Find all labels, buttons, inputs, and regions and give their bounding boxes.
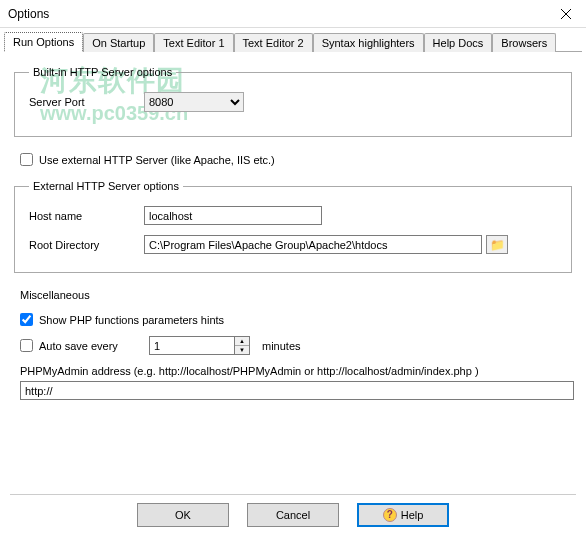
use-external-row: Use external HTTP Server (like Apache, I… [20, 153, 572, 166]
tab-text-editor-2[interactable]: Text Editor 2 [234, 33, 313, 52]
auto-save-row: Auto save every ▲ ▼ minutes [20, 336, 572, 355]
auto-save-spinner: ▲ ▼ [149, 336, 250, 355]
auto-save-checkbox[interactable] [20, 339, 33, 352]
ok-button[interactable]: OK [137, 503, 229, 527]
builtin-legend: Built-in HTTP Server options [29, 66, 176, 78]
root-dir-row: Root Directory 📁 [29, 235, 557, 254]
close-button[interactable] [546, 0, 586, 28]
tab-help-docs[interactable]: Help Docs [424, 33, 493, 52]
builtin-server-group: Built-in HTTP Server options Server Port… [14, 66, 572, 137]
show-hints-checkbox[interactable] [20, 313, 33, 326]
cancel-label: Cancel [276, 509, 310, 521]
host-label: Host name [29, 210, 144, 222]
spinner-buttons: ▲ ▼ [234, 336, 250, 355]
spinner-down-button[interactable]: ▼ [235, 346, 249, 355]
tab-run-options[interactable]: Run Options [4, 32, 83, 52]
window-title: Options [8, 7, 49, 21]
server-port-select[interactable]: 8080 [144, 92, 244, 112]
minutes-label: minutes [262, 340, 301, 352]
tab-on-startup[interactable]: On Startup [83, 33, 154, 52]
host-input[interactable] [144, 206, 322, 225]
root-dir-wrap: 📁 [144, 235, 508, 254]
root-dir-label: Root Directory [29, 239, 144, 251]
tab-bar: Run Options On Startup Text Editor 1 Tex… [4, 30, 582, 52]
help-button[interactable]: ? Help [357, 503, 449, 527]
folder-icon: 📁 [490, 238, 505, 252]
content-area: 河东软件园 www.pc0359.cn Built-in HTTP Server… [0, 52, 586, 400]
external-server-group: External HTTP Server options Host name R… [14, 180, 572, 273]
use-external-label: Use external HTTP Server (like Apache, I… [39, 154, 275, 166]
phpmyadmin-label: PHPMyAdmin address (e.g. http://localhos… [20, 365, 572, 377]
phpmyadmin-input[interactable] [20, 381, 574, 400]
server-port-row: Server Port 8080 [29, 92, 557, 112]
server-port-label: Server Port [29, 96, 144, 108]
close-icon [561, 9, 571, 19]
ok-label: OK [175, 509, 191, 521]
button-bar: OK Cancel ? Help [0, 495, 586, 535]
spinner-up-button[interactable]: ▲ [235, 337, 249, 346]
tab-browsers[interactable]: Browsers [492, 33, 556, 52]
external-legend: External HTTP Server options [29, 180, 183, 192]
host-row: Host name [29, 206, 557, 225]
show-hints-label: Show PHP functions parameters hints [39, 314, 224, 326]
titlebar: Options [0, 0, 586, 28]
root-dir-input[interactable] [144, 235, 482, 254]
auto-save-label: Auto save every [39, 340, 149, 352]
help-label: Help [401, 509, 424, 521]
help-icon: ? [383, 508, 397, 522]
misc-title: Miscellaneous [20, 289, 572, 301]
browse-dir-button[interactable]: 📁 [486, 235, 508, 254]
cancel-button[interactable]: Cancel [247, 503, 339, 527]
show-hints-row: Show PHP functions parameters hints [20, 313, 572, 326]
tab-syntax[interactable]: Syntax highlighters [313, 33, 424, 52]
auto-save-input[interactable] [149, 336, 234, 355]
tab-text-editor-1[interactable]: Text Editor 1 [154, 33, 233, 52]
use-external-checkbox[interactable] [20, 153, 33, 166]
